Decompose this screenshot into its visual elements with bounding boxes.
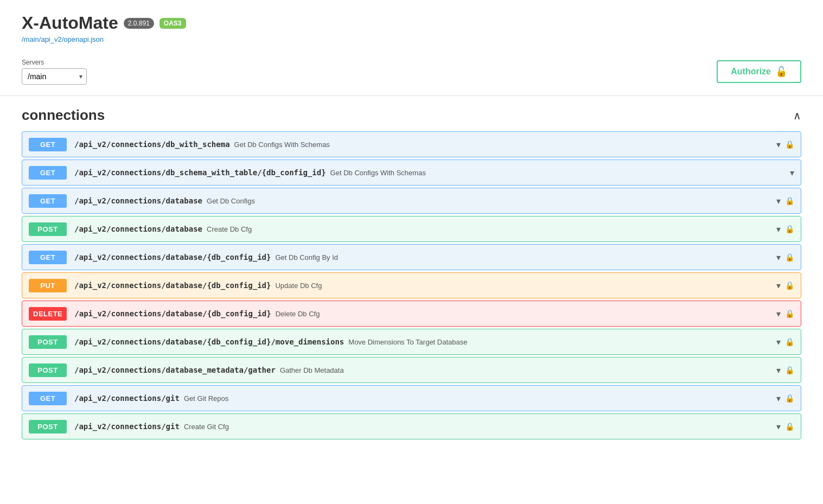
lock-icon: 🔒: [785, 253, 794, 261]
servers-label: Servers: [22, 59, 87, 66]
oas-badge: OAS3: [160, 18, 186, 29]
expand-icon[interactable]: ▾: [776, 252, 781, 263]
endpoint-path: /api_v2/connections/git: [74, 422, 180, 431]
section-header: connections ∧: [22, 107, 801, 124]
endpoint-description: Create Git Cfg: [184, 423, 776, 431]
endpoint-row[interactable]: GET/api_v2/connections/databaseGet Db Co…: [22, 188, 801, 214]
servers-section: Servers /main ▾: [22, 59, 87, 85]
lock-icon: 🔒: [785, 366, 794, 374]
version-badge: 2.0.891: [124, 18, 154, 29]
servers-bar: Servers /main ▾ Authorize 🔓: [0, 52, 823, 96]
method-badge-post: POST: [29, 363, 67, 377]
endpoint-row[interactable]: GET/api_v2/connections/database/{db_conf…: [22, 244, 801, 270]
endpoint-row[interactable]: GET/api_v2/connections/gitGet Git Repos▾…: [22, 385, 801, 411]
method-badge-put: PUT: [29, 279, 67, 292]
lock-icon: 🔒: [785, 140, 794, 149]
endpoint-row[interactable]: POST/api_v2/connections/databaseCreate D…: [22, 216, 801, 242]
endpoint-path: /api_v2/connections/database/{db_config_…: [74, 309, 271, 318]
endpoint-row[interactable]: POST/api_v2/connections/database_metadat…: [22, 357, 801, 383]
endpoint-row[interactable]: PUT/api_v2/connections/database/{db_conf…: [22, 272, 801, 298]
endpoint-description: Update Db Cfg: [275, 282, 776, 290]
endpoint-row[interactable]: DELETE/api_v2/connections/database/{db_c…: [22, 301, 801, 327]
endpoint-actions: ▾🔒: [776, 422, 794, 432]
endpoint-description: Move Dimensions To Target Database: [348, 338, 776, 346]
endpoint-actions: ▾🔒: [776, 196, 794, 206]
endpoint-description: Delete Db Cfg: [276, 310, 776, 318]
endpoints-list: GET/api_v2/connections/db_with_schemaGet…: [22, 131, 801, 439]
expand-icon[interactable]: ▾: [776, 139, 781, 150]
section-collapse-icon[interactable]: ∧: [793, 109, 801, 122]
method-badge-post: POST: [29, 420, 67, 433]
section-title: connections: [22, 107, 105, 124]
endpoint-actions: ▾🔒: [776, 309, 794, 319]
expand-icon[interactable]: ▾: [776, 337, 781, 347]
method-badge-delete: DELETE: [29, 307, 67, 321]
method-badge-post: POST: [29, 222, 67, 236]
method-badge-get: GET: [29, 251, 67, 264]
expand-icon[interactable]: ▾: [776, 280, 781, 291]
expand-icon[interactable]: ▾: [776, 422, 781, 432]
title-row: X-AutoMate 2.0.891 OAS3: [22, 13, 801, 33]
lock-icon: 🔒: [785, 196, 794, 205]
endpoint-description: Get Db Configs With Schemas: [330, 169, 790, 177]
method-badge-get: GET: [29, 166, 67, 180]
endpoint-actions: ▾🔒: [776, 393, 794, 404]
endpoint-path: /api_v2/connections/database: [74, 196, 202, 205]
expand-icon[interactable]: ▾: [776, 309, 781, 319]
endpoint-description: Gather Db Metadata: [280, 366, 776, 374]
lock-icon: 🔒: [785, 281, 794, 290]
endpoint-row[interactable]: POST/api_v2/connections/gitCreate Git Cf…: [22, 413, 801, 439]
authorize-button[interactable]: Authorize 🔓: [717, 60, 801, 83]
lock-icon: 🔒: [785, 309, 794, 318]
lock-icon: 🔒: [785, 394, 794, 403]
endpoint-actions: ▾🔒: [776, 280, 794, 291]
lock-icon: 🔒: [785, 337, 794, 346]
expand-icon[interactable]: ▾: [776, 224, 781, 234]
expand-icon[interactable]: ▾: [776, 393, 781, 404]
endpoint-path: /api_v2/connections/database/{db_config_…: [74, 253, 271, 261]
endpoint-actions: ▾🔒: [776, 337, 794, 347]
main-content: connections ∧ GET/api_v2/connections/db_…: [0, 96, 823, 452]
api-link[interactable]: /main/api_v2/openapi.json: [22, 35, 801, 43]
endpoint-path: /api_v2/connections/database_metadata/ga…: [74, 366, 276, 374]
endpoint-actions: ▾: [790, 168, 794, 178]
lock-icon: 🔒: [785, 225, 794, 233]
endpoint-path: /api_v2/connections/database/{db_config_…: [74, 337, 344, 346]
method-badge-post: POST: [29, 335, 67, 349]
endpoint-path: /api_v2/connections/database: [74, 225, 202, 233]
endpoint-actions: ▾🔒: [776, 252, 794, 263]
endpoint-description: Get Db Config By Id: [275, 253, 776, 261]
endpoint-description: Create Db Cfg: [207, 225, 776, 233]
endpoint-path: /api_v2/connections/db_with_schema: [74, 140, 230, 149]
expand-icon[interactable]: ▾: [776, 365, 781, 375]
endpoint-description: Get Git Repos: [184, 394, 776, 403]
authorize-lock-icon: 🔓: [775, 66, 787, 78]
endpoint-actions: ▾🔒: [776, 139, 794, 150]
endpoint-row[interactable]: POST/api_v2/connections/database/{db_con…: [22, 329, 801, 355]
endpoint-description: Get Db Configs With Schemas: [234, 141, 776, 149]
expand-icon[interactable]: ▾: [790, 168, 794, 178]
endpoint-path: /api_v2/connections/database/{db_config_…: [74, 281, 271, 290]
endpoint-path: /api_v2/connections/git: [74, 394, 180, 403]
lock-icon: 🔒: [785, 422, 794, 431]
method-badge-get: GET: [29, 138, 67, 151]
endpoint-row[interactable]: GET/api_v2/connections/db_with_schemaGet…: [22, 131, 801, 157]
app-title: X-AutoMate: [22, 13, 118, 33]
endpoint-row[interactable]: GET/api_v2/connections/db_schema_with_ta…: [22, 160, 801, 186]
method-badge-get: GET: [29, 194, 67, 208]
endpoint-actions: ▾🔒: [776, 365, 794, 375]
authorize-label: Authorize: [731, 67, 771, 76]
app-header: X-AutoMate 2.0.891 OAS3 /main/api_v2/ope…: [0, 0, 823, 52]
endpoint-description: Get Db Configs: [207, 197, 776, 205]
endpoint-path: /api_v2/connections/db_schema_with_table…: [74, 168, 326, 177]
servers-select[interactable]: /main: [22, 68, 87, 85]
endpoint-actions: ▾🔒: [776, 224, 794, 234]
expand-icon[interactable]: ▾: [776, 196, 781, 206]
method-badge-get: GET: [29, 392, 67, 405]
servers-select-wrap: /main ▾: [22, 68, 87, 85]
